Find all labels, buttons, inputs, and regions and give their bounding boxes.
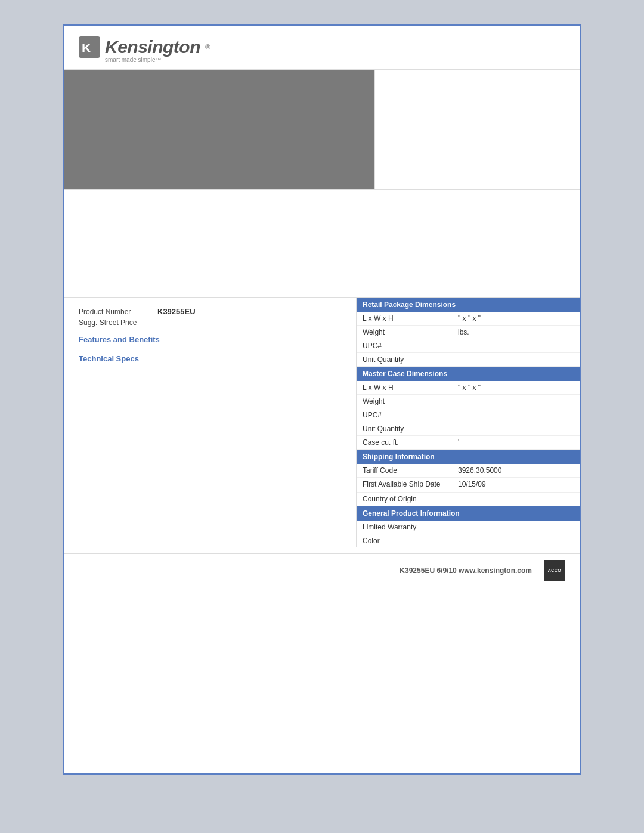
sub-image-3 [374, 190, 580, 297]
master-case-cu-label: Case cu. ft. [363, 438, 458, 447]
master-unit-qty-row: Unit Quantity [357, 422, 580, 436]
features-heading: Features and Benefits [79, 335, 342, 344]
brand-name: Kensington [105, 37, 200, 57]
product-number-label: Product Number [79, 308, 150, 316]
street-price-label: Sugg. Street Price [79, 318, 150, 327]
retail-upc-row: UPC# [357, 339, 580, 353]
sub-image-2 [219, 190, 374, 297]
retail-weight-row: Weight lbs. [357, 326, 580, 339]
retail-weight-label: Weight [363, 328, 458, 336]
sub-image-1 [64, 190, 219, 297]
retail-unit-qty-row: Unit Quantity [357, 353, 580, 367]
tariff-label: Tariff Code [363, 466, 458, 475]
tagline: smart made simple™ [105, 57, 161, 63]
master-weight-row: Weight [357, 395, 580, 408]
retail-dimensions-header: Retail Package Dimensions [357, 298, 580, 312]
acco-badge: ACCO [544, 560, 565, 581]
svg-text:K: K [82, 41, 91, 55]
ship-date-label: First Available Ship Date [363, 480, 458, 490]
shipping-header: Shipping Information [357, 450, 580, 464]
acco-label: ACCO [548, 568, 562, 572]
street-price-row: Sugg. Street Price [79, 318, 342, 327]
master-upc-row: UPC# [357, 408, 580, 422]
master-lxwxh-row: L x W x H " x " x " [357, 381, 580, 395]
retail-upc-label: UPC# [363, 342, 458, 350]
master-unit-qty-label: Unit Quantity [363, 425, 458, 433]
retail-lxwxh-label: L x W x H [363, 314, 458, 323]
product-sheet: K Kensington ® smart made simple™ Produc… [63, 24, 581, 775]
master-upc-label: UPC# [363, 411, 458, 419]
main-product-image [64, 70, 374, 189]
color-row: Color [357, 534, 580, 547]
header: K Kensington ® smart made simple™ [64, 26, 580, 69]
side-image [374, 70, 580, 189]
product-number-value: K39255EU [157, 307, 196, 316]
footer-text: K39255EU 6/9/10 www.kensington.com [400, 566, 532, 575]
image-section [64, 69, 580, 190]
tariff-row: Tariff Code 3926.30.5000 [357, 464, 580, 478]
warranty-label: Limited Warranty [363, 523, 458, 531]
warranty-row: Limited Warranty [357, 521, 580, 534]
origin-row: Country of Origin [357, 493, 580, 506]
retail-lxwxh-value: " x " x " [458, 314, 481, 323]
master-case-header: Master Case Dimensions [357, 367, 580, 381]
technical-heading: Technical Specs [79, 354, 342, 363]
logo: K Kensington ® [79, 36, 210, 58]
kensington-icon: K [79, 36, 100, 58]
tariff-value: 3926.30.5000 [458, 466, 501, 475]
master-case-cu-row: Case cu. ft. ' [357, 436, 580, 450]
features-divider [79, 348, 342, 348]
product-number-row: Product Number K39255EU [79, 307, 342, 316]
master-lxwxh-label: L x W x H [363, 383, 458, 392]
footer: K39255EU 6/9/10 www.kensington.com ACCO [64, 553, 580, 587]
ship-date-row: First Available Ship Date 10/15/09 [357, 478, 580, 493]
master-lxwxh-value: " x " x " [458, 383, 481, 392]
sub-image-section [64, 190, 580, 298]
logo-area: K Kensington ® smart made simple™ [79, 36, 565, 63]
color-label: Color [363, 537, 458, 545]
general-header: General Product Information [357, 506, 580, 521]
right-panel: Retail Package Dimensions L x W x H " x … [357, 298, 580, 547]
retail-lxwxh-row: L x W x H " x " x " [357, 312, 580, 326]
left-panel: Product Number K39255EU Sugg. Street Pri… [64, 298, 357, 547]
content-section: Product Number K39255EU Sugg. Street Pri… [64, 298, 580, 547]
retail-unit-qty-label: Unit Quantity [363, 355, 458, 364]
ship-date-value: 10/15/09 [458, 480, 486, 490]
retail-weight-value: lbs. [458, 328, 469, 336]
origin-label: Country of Origin [363, 495, 458, 503]
master-case-cu-value: ' [458, 438, 459, 447]
master-weight-label: Weight [363, 397, 458, 405]
